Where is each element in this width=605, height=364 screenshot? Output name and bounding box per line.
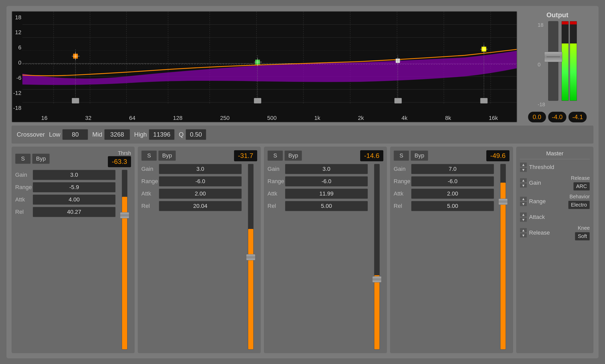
crossover-low-label: Low: [49, 131, 60, 138]
band3-fader: [370, 164, 383, 350]
meter-label-n18: -18: [538, 102, 545, 108]
eq-y-12: 12: [13, 29, 21, 36]
band4-s-button[interactable]: S: [394, 150, 409, 161]
band3-params: Gain Range Attk Rel: [267, 164, 368, 350]
master-gain-label: Gain: [529, 180, 569, 186]
eq-x-64: 64: [129, 115, 135, 121]
master-attack-up[interactable]: ▲: [520, 212, 527, 217]
band3-range-label: Range: [267, 178, 283, 185]
master-attack-down[interactable]: ▼: [520, 217, 527, 222]
band1-attk-input[interactable]: [33, 194, 116, 205]
band1-range-row: Range: [15, 182, 116, 192]
band3-fader-handle[interactable]: [372, 276, 382, 282]
band3-gain-input[interactable]: [285, 164, 368, 174]
meter-container: [561, 21, 577, 101]
band1-rel-input[interactable]: [33, 207, 116, 217]
master-threshold-label: Threshold: [529, 164, 590, 171]
band4-rel-input[interactable]: [411, 201, 494, 211]
eq-display: 18 12 6 0 -6 -12 -18: [12, 11, 517, 122]
crossover-low-input[interactable]: [62, 129, 88, 140]
meter-clip-right: [570, 21, 577, 24]
band3-header: S Byp -14.6: [267, 150, 383, 161]
master-arc-select[interactable]: ARC: [573, 182, 590, 191]
band2-attk-input[interactable]: [159, 189, 242, 199]
crossover-mid-input[interactable]: [104, 129, 130, 140]
band2-attk-row: Attk: [141, 189, 242, 199]
output-meters: 18 0 -18: [521, 21, 593, 109]
band3-range-input[interactable]: [285, 176, 368, 187]
band4-fader: [497, 164, 509, 350]
band3-thresh-handle[interactable]: [394, 98, 402, 103]
band3-attk-input[interactable]: [285, 189, 368, 199]
meter-clip-left: [562, 21, 568, 24]
master-release-down[interactable]: ▼: [520, 233, 527, 238]
master-release-updown: ▲ ▼: [520, 228, 527, 238]
crossover-mid-group: Mid: [92, 129, 130, 140]
band3-buttons: S Byp: [267, 150, 302, 161]
eq-x-16: 16: [41, 115, 47, 121]
band4-fader-handle[interactable]: [498, 199, 508, 205]
band1-buttons: S Byp: [15, 154, 50, 164]
band2-fader-handle[interactable]: [246, 254, 255, 260]
band2-attk-label: Attk: [141, 190, 157, 197]
band1-fader-handle[interactable]: [120, 212, 129, 218]
eq-x-labels: 16 32 64 128 250 500 1k 2k 4k 8k 16k: [22, 114, 517, 122]
band2-s-button[interactable]: S: [141, 150, 157, 161]
band1-fader-track[interactable]: [122, 170, 127, 350]
master-release-up[interactable]: ▲: [520, 228, 527, 233]
band4-attk-label: Attk: [394, 190, 409, 197]
meter-label-0: 0: [538, 62, 545, 68]
master-behavior-label: Behavior: [569, 194, 590, 200]
crossover-high-input[interactable]: [149, 129, 175, 140]
band3-byp-button[interactable]: Byp: [284, 150, 302, 161]
band2-gain-input[interactable]: [159, 164, 242, 174]
eq-x-1k: 1k: [314, 115, 320, 121]
band3-rel-input[interactable]: [285, 201, 368, 211]
band4-byp-button[interactable]: Byp: [411, 150, 428, 161]
master-threshold-down[interactable]: ▼: [520, 167, 527, 172]
band2-thresh-handle[interactable]: [254, 98, 261, 103]
output-fader-handle[interactable]: [544, 52, 562, 62]
band3-column: S Byp -14.6 Gain Range: [264, 147, 387, 353]
band2-byp-button[interactable]: Byp: [158, 150, 176, 161]
band3-fader-track[interactable]: [374, 164, 380, 350]
band1-s-button[interactable]: S: [15, 154, 31, 164]
main-container: 18 12 6 0 -6 -12 -18: [6, 6, 599, 358]
band1-byp-button[interactable]: Byp: [32, 154, 50, 164]
band3-fader-fill: [374, 275, 379, 349]
master-gain-down[interactable]: ▼: [520, 183, 527, 188]
master-threshold-up[interactable]: ▲: [520, 162, 527, 167]
band1-content: Gain Range Attk Rel: [15, 170, 131, 350]
output-section: Output 18 0 -18: [521, 11, 593, 122]
master-range-up[interactable]: ▲: [520, 197, 527, 201]
eq-x-250: 250: [220, 115, 230, 121]
band3-s-button[interactable]: S: [267, 150, 283, 161]
band1-gain-input[interactable]: [33, 170, 116, 180]
band1-gain-label: Gain: [15, 172, 31, 178]
band4-fader-track[interactable]: [500, 164, 506, 350]
band2-range-input[interactable]: [159, 176, 242, 187]
band4-range-input[interactable]: [411, 176, 494, 187]
eq-y-labels: 18 12 6 0 -6 -12 -18: [12, 12, 22, 114]
band4-thrsh-value: -49.6: [486, 150, 509, 161]
output-fader-track[interactable]: [548, 21, 558, 101]
band1-range-input[interactable]: [33, 182, 116, 192]
band4-attk-input[interactable]: [411, 189, 494, 199]
master-knee-select[interactable]: Soft: [575, 232, 590, 241]
meter-labels: 18 0 -18: [538, 21, 545, 109]
master-range-down[interactable]: ▼: [520, 202, 527, 206]
band2-rel-input[interactable]: [159, 201, 242, 211]
band4-buttons: S Byp: [394, 150, 428, 161]
band2-buttons: S Byp: [141, 150, 176, 161]
meter-bar-left: [561, 21, 569, 101]
master-section: Master ▲ ▼ Threshold ▲ ▼ Gain Releas: [516, 147, 593, 353]
meter-fill-left: [562, 43, 568, 101]
band1-thresh-handle[interactable]: [72, 98, 79, 103]
crossover-q-input[interactable]: [186, 129, 206, 140]
band2-fader-track[interactable]: [248, 164, 254, 350]
master-gain-up[interactable]: ▲: [520, 178, 527, 183]
crossover-q-group: Q: [179, 129, 206, 140]
band4-thresh-handle[interactable]: [480, 98, 488, 103]
band4-gain-input[interactable]: [411, 164, 494, 174]
master-behavior-select[interactable]: Electro: [568, 201, 590, 209]
